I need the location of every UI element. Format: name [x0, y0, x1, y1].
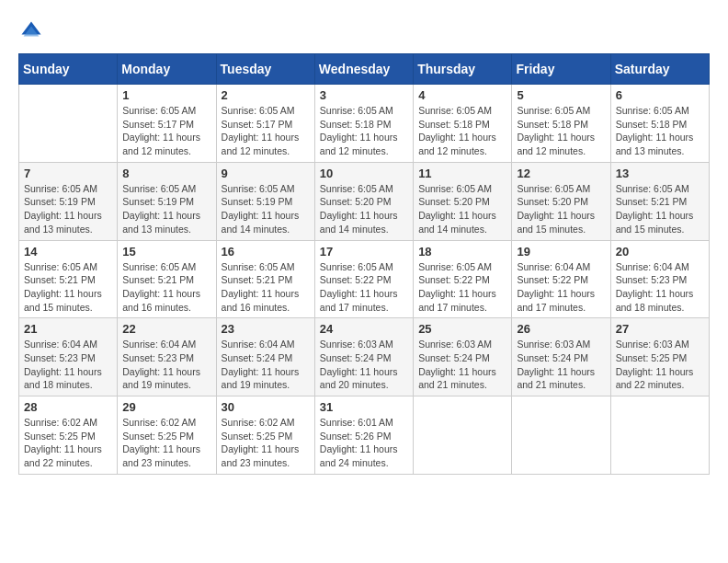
- day-cell: [512, 396, 610, 475]
- day-cell: 25Sunrise: 6:03 AMSunset: 5:24 PMDayligh…: [414, 318, 512, 396]
- day-cell: 29Sunrise: 6:02 AMSunset: 5:25 PMDayligh…: [118, 396, 216, 475]
- day-info: Sunrise: 6:05 AMSunset: 5:21 PMDaylight:…: [222, 260, 310, 315]
- day-cell: 17Sunrise: 6:05 AMSunset: 5:22 PMDayligh…: [314, 240, 413, 318]
- day-number: 14: [24, 245, 112, 259]
- day-info: Sunrise: 6:02 AMSunset: 5:25 PMDaylight:…: [122, 416, 210, 470]
- day-info: Sunrise: 6:01 AMSunset: 5:26 PMDaylight:…: [320, 416, 408, 470]
- day-number: 9: [222, 167, 310, 180]
- day-info: Sunrise: 6:05 AMSunset: 5:22 PMDaylight:…: [418, 260, 506, 315]
- day-cell: 28Sunrise: 6:02 AMSunset: 5:25 PMDayligh…: [19, 396, 118, 475]
- day-cell: [610, 396, 709, 475]
- day-number: 5: [517, 88, 605, 102]
- header-tuesday: Tuesday: [216, 54, 314, 85]
- day-info: Sunrise: 6:04 AMSunset: 5:24 PMDaylight:…: [222, 338, 310, 392]
- day-cell: 2Sunrise: 6:05 AMSunset: 5:17 PMDaylight…: [216, 85, 314, 163]
- header: [18, 18, 710, 44]
- day-cell: 27Sunrise: 6:03 AMSunset: 5:25 PMDayligh…: [610, 318, 709, 396]
- day-cell: 11Sunrise: 6:05 AMSunset: 5:20 PMDayligh…: [414, 162, 512, 240]
- day-info: Sunrise: 6:05 AMSunset: 5:21 PMDaylight:…: [24, 260, 112, 315]
- day-info: Sunrise: 6:04 AMSunset: 5:23 PMDaylight:…: [616, 260, 704, 315]
- day-info: Sunrise: 6:05 AMSunset: 5:22 PMDaylight:…: [320, 260, 408, 315]
- day-number: 24: [320, 322, 408, 336]
- day-info: Sunrise: 6:05 AMSunset: 5:19 PMDaylight:…: [122, 182, 210, 236]
- day-info: Sunrise: 6:05 AMSunset: 5:20 PMDaylight:…: [320, 182, 408, 236]
- day-cell: 7Sunrise: 6:05 AMSunset: 5:19 PMDaylight…: [19, 162, 118, 240]
- calendar-header-row: SundayMondayTuesdayWednesdayThursdayFrid…: [19, 54, 710, 85]
- day-number: 7: [24, 167, 112, 180]
- day-cell: 23Sunrise: 6:04 AMSunset: 5:24 PMDayligh…: [216, 318, 314, 396]
- day-number: 16: [222, 245, 310, 259]
- day-number: 6: [616, 88, 704, 102]
- header-wednesday: Wednesday: [314, 54, 413, 85]
- logo-icon: [18, 18, 44, 44]
- day-number: 10: [320, 167, 408, 180]
- day-number: 29: [122, 400, 210, 414]
- day-cell: 9Sunrise: 6:05 AMSunset: 5:19 PMDaylight…: [216, 162, 314, 240]
- day-number: 20: [616, 245, 704, 259]
- header-friday: Friday: [512, 54, 610, 85]
- day-cell: 6Sunrise: 6:05 AMSunset: 5:18 PMDaylight…: [610, 85, 709, 163]
- week-row-2: 7Sunrise: 6:05 AMSunset: 5:19 PMDaylight…: [19, 162, 710, 240]
- day-cell: [19, 85, 118, 163]
- day-info: Sunrise: 6:05 AMSunset: 5:18 PMDaylight:…: [517, 104, 605, 158]
- day-cell: 1Sunrise: 6:05 AMSunset: 5:17 PMDaylight…: [118, 85, 216, 163]
- day-info: Sunrise: 6:05 AMSunset: 5:18 PMDaylight:…: [616, 104, 704, 158]
- day-info: Sunrise: 6:05 AMSunset: 5:17 PMDaylight:…: [122, 104, 210, 158]
- day-number: 12: [517, 167, 605, 180]
- day-number: 22: [122, 322, 210, 336]
- day-number: 11: [418, 167, 506, 180]
- day-number: 28: [24, 400, 112, 414]
- day-cell: 4Sunrise: 6:05 AMSunset: 5:18 PMDaylight…: [414, 85, 512, 163]
- day-cell: 3Sunrise: 6:05 AMSunset: 5:18 PMDaylight…: [314, 85, 413, 163]
- header-sunday: Sunday: [19, 54, 118, 85]
- day-cell: 30Sunrise: 6:02 AMSunset: 5:25 PMDayligh…: [216, 396, 314, 475]
- day-info: Sunrise: 6:02 AMSunset: 5:25 PMDaylight:…: [24, 416, 112, 470]
- day-cell: 24Sunrise: 6:03 AMSunset: 5:24 PMDayligh…: [314, 318, 413, 396]
- day-number: 21: [24, 322, 112, 336]
- day-number: 30: [222, 400, 310, 414]
- day-info: Sunrise: 6:05 AMSunset: 5:19 PMDaylight:…: [222, 182, 310, 236]
- day-info: Sunrise: 6:03 AMSunset: 5:25 PMDaylight:…: [616, 338, 704, 392]
- day-cell: 21Sunrise: 6:04 AMSunset: 5:23 PMDayligh…: [19, 318, 118, 396]
- day-number: 1: [122, 88, 210, 102]
- header-saturday: Saturday: [610, 54, 709, 85]
- day-cell: 16Sunrise: 6:05 AMSunset: 5:21 PMDayligh…: [216, 240, 314, 318]
- day-number: 31: [320, 400, 408, 414]
- day-cell: 19Sunrise: 6:04 AMSunset: 5:22 PMDayligh…: [512, 240, 610, 318]
- day-info: Sunrise: 6:03 AMSunset: 5:24 PMDaylight:…: [418, 338, 506, 392]
- day-info: Sunrise: 6:03 AMSunset: 5:24 PMDaylight:…: [517, 338, 605, 392]
- day-cell: 18Sunrise: 6:05 AMSunset: 5:22 PMDayligh…: [414, 240, 512, 318]
- day-cell: 20Sunrise: 6:04 AMSunset: 5:23 PMDayligh…: [610, 240, 709, 318]
- day-info: Sunrise: 6:05 AMSunset: 5:20 PMDaylight:…: [517, 182, 605, 236]
- week-row-4: 21Sunrise: 6:04 AMSunset: 5:23 PMDayligh…: [19, 318, 710, 396]
- day-number: 15: [122, 245, 210, 259]
- header-thursday: Thursday: [414, 54, 512, 85]
- day-number: 18: [418, 245, 506, 259]
- day-cell: 26Sunrise: 6:03 AMSunset: 5:24 PMDayligh…: [512, 318, 610, 396]
- day-info: Sunrise: 6:04 AMSunset: 5:23 PMDaylight:…: [122, 338, 210, 392]
- day-number: 26: [517, 322, 605, 336]
- day-info: Sunrise: 6:05 AMSunset: 5:18 PMDaylight:…: [418, 104, 506, 158]
- week-row-1: 1Sunrise: 6:05 AMSunset: 5:17 PMDaylight…: [19, 85, 710, 163]
- day-number: 19: [517, 245, 605, 259]
- day-cell: 5Sunrise: 6:05 AMSunset: 5:18 PMDaylight…: [512, 85, 610, 163]
- day-number: 27: [616, 322, 704, 336]
- day-number: 4: [418, 88, 506, 102]
- day-info: Sunrise: 6:04 AMSunset: 5:23 PMDaylight:…: [24, 338, 112, 392]
- day-info: Sunrise: 6:05 AMSunset: 5:20 PMDaylight:…: [418, 182, 506, 236]
- day-cell: [414, 396, 512, 475]
- day-cell: 12Sunrise: 6:05 AMSunset: 5:20 PMDayligh…: [512, 162, 610, 240]
- week-row-3: 14Sunrise: 6:05 AMSunset: 5:21 PMDayligh…: [19, 240, 710, 318]
- day-info: Sunrise: 6:05 AMSunset: 5:17 PMDaylight:…: [222, 104, 310, 158]
- day-number: 13: [616, 167, 704, 180]
- day-cell: 15Sunrise: 6:05 AMSunset: 5:21 PMDayligh…: [118, 240, 216, 318]
- calendar-table: SundayMondayTuesdayWednesdayThursdayFrid…: [18, 53, 710, 475]
- logo: [18, 18, 48, 44]
- day-number: 8: [122, 167, 210, 180]
- day-number: 3: [320, 88, 408, 102]
- day-info: Sunrise: 6:02 AMSunset: 5:25 PMDaylight:…: [222, 416, 310, 470]
- day-number: 25: [418, 322, 506, 336]
- day-info: Sunrise: 6:05 AMSunset: 5:21 PMDaylight:…: [122, 260, 210, 315]
- day-cell: 8Sunrise: 6:05 AMSunset: 5:19 PMDaylight…: [118, 162, 216, 240]
- header-monday: Monday: [118, 54, 216, 85]
